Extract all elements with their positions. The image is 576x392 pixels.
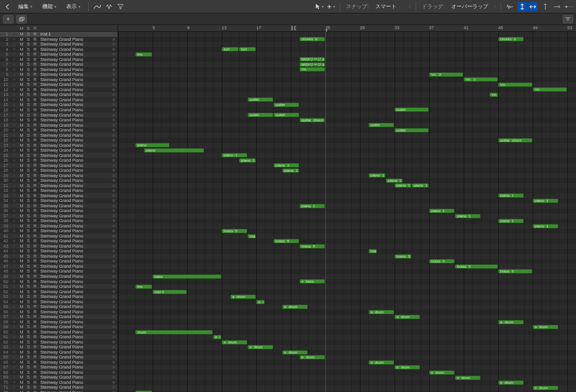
record-enable-button[interactable]: R [33,218,37,223]
mute-button[interactable]: M [19,380,24,385]
record-enable-button[interactable]: R [33,344,37,349]
solo-button[interactable]: S [26,249,31,253]
record-enable-button[interactable]: R [33,97,37,102]
track-name[interactable]: Steinway Grand Piano [38,198,110,203]
mute-button[interactable]: M [19,102,24,107]
record-enable-button[interactable]: R [33,57,37,62]
track-row[interactable]: 64MSRSteinway Grand Piano [0,349,118,355]
track-name[interactable]: Steinway Grand Piano [38,340,110,344]
track-row[interactable]: 20MSRSteinway Grand Piano [0,128,118,133]
track-name[interactable]: Steinway Grand Piano [38,385,110,390]
solo-button[interactable]: S [26,188,31,193]
track-name[interactable]: Steinway Grand Piano [38,264,110,269]
midi-region[interactable]: a_d [256,300,264,304]
track-name[interactable]: Steinway Grand Piano [38,173,110,178]
track-name[interactable]: Steinway Grand Piano [38,138,110,143]
mute-button[interactable]: M [19,123,24,128]
mute-button[interactable]: M [19,228,24,233]
track-name[interactable]: Steinway Grand Piano [38,254,110,259]
record-enable-button[interactable]: R [33,102,37,107]
track-name[interactable]: Steinway Grand Piano [38,380,110,385]
solo-button[interactable]: S [26,168,31,173]
track-row[interactable]: 27MSRSteinway Grand Piano [0,163,118,168]
midi-region[interactable]: guitar_chord [498,138,532,143]
record-enable-button[interactable]: R [33,143,37,148]
track-row[interactable]: 32MSRSteinway Grand Piano [0,188,118,193]
midi-region[interactable]: piano_1 [395,183,411,188]
solo-button[interactable]: S [26,385,31,390]
track-name[interactable]: Steinway Grand Piano [38,274,110,279]
track-row[interactable]: 37MSRSteinway Grand Piano [0,214,118,219]
midi-region[interactable]: drum [135,330,213,334]
midi-region[interactable]: Vn._2 [429,72,463,77]
record-enable-button[interactable]: R [33,314,37,319]
track-row[interactable]: 43MSRSteinway Grand Piano [0,244,118,249]
mute-button[interactable]: M [19,188,24,193]
track-row[interactable]: 30MSRSteinway Grand Piano [0,178,118,183]
track-name[interactable]: Steinway Grand Piano [38,320,110,324]
track-name[interactable]: Steinway Grand Piano [38,360,110,365]
track-name[interactable]: Steinway Grand Piano [38,62,110,67]
midi-region[interactable]: bass [153,274,221,279]
track-name[interactable]: Steinway Grand Piano [38,244,110,249]
track-row[interactable]: 9MSRSteinway Grand Piano [0,72,118,77]
track-row[interactable]: 35MSRSteinway Grand Piano [0,203,118,209]
track-row[interactable]: 21MSRSteinway Grand Piano [0,132,118,138]
midi-region[interactable]: e_drum [395,365,420,369]
track-name[interactable]: Inst 1 [38,32,110,36]
midi-region[interactable]: e_drum [222,340,247,344]
track-name[interactable]: Steinway Grand Piano [38,77,110,82]
midi-region[interactable]: bra [369,249,377,253]
record-enable-button[interactable]: R [33,113,37,118]
record-enable-button[interactable]: R [33,183,37,188]
midi-region[interactable]: Vn. [533,87,567,92]
mute-button[interactable]: M [19,92,24,97]
track-name[interactable]: Steinway Grand Piano [38,228,110,233]
track-name[interactable]: Steinway Grand Piano [38,37,110,42]
solo-button[interactable]: S [26,224,31,228]
midi-region[interactable]: e_drum [498,380,524,385]
mute-button[interactable]: M [19,314,24,319]
record-enable-button[interactable]: R [33,380,37,385]
arrange-grid[interactable]: chores_6chores_6synsynInsMIDIリージョンMIDIリー… [118,32,576,392]
record-enable-button[interactable]: R [33,234,37,238]
mute-button[interactable]: M [19,57,24,62]
record-enable-button[interactable]: R [33,32,37,36]
bar-ruler[interactable]: 5913172125293337414549531 44 4▮ [118,25,576,32]
snap-value[interactable]: スマート [372,2,406,11]
track-row[interactable]: 25MSRSteinway Grand Piano [0,153,118,158]
waveform-zoom-icon[interactable] [505,2,515,12]
track-name[interactable]: Steinway Grand Piano [38,178,110,183]
track-name[interactable]: Steinway Grand Piano [38,133,110,138]
record-enable-button[interactable]: R [33,224,37,228]
track-name[interactable]: Steinway Grand Piano [38,42,110,47]
track-name[interactable]: Steinway Grand Piano [38,188,110,193]
zoom-slider-icon[interactable] [564,2,573,12]
midi-region[interactable]: piano_1 [369,173,385,178]
solo-button[interactable]: S [26,158,31,163]
mute-button[interactable]: M [19,198,24,203]
flex-icon[interactable] [104,2,114,12]
solo-button[interactable]: S [26,314,31,319]
mute-button[interactable]: M [19,128,24,132]
solo-button[interactable]: S [26,244,31,249]
midi-region[interactable]: Vn._2 [464,77,498,82]
track-row[interactable]: 58MSRSteinway Grand Piano [0,319,118,324]
mute-button[interactable]: M [19,148,24,153]
mute-button[interactable]: M [19,244,24,249]
solo-button[interactable]: S [26,67,31,72]
track-name[interactable]: Steinway Grand Piano [38,314,110,319]
record-enable-button[interactable]: R [33,153,37,158]
solo-button[interactable]: S [26,304,31,309]
track-row[interactable]: 40MSRSteinway Grand Piano [0,228,118,234]
record-enable-button[interactable]: R [33,158,37,163]
record-enable-button[interactable]: R [33,304,37,309]
solo-button[interactable]: S [26,294,31,299]
track-name[interactable]: Steinway Grand Piano [38,259,110,263]
track-row[interactable]: 10MSRSteinway Grand Piano [0,77,118,83]
mute-button[interactable]: M [19,52,24,57]
track-name[interactable]: Steinway Grand Piano [38,82,110,87]
track-name[interactable]: Steinway Grand Piano [38,324,110,329]
mute-button[interactable]: M [19,350,24,355]
midi-region[interactable]: piano_1 [533,199,558,203]
